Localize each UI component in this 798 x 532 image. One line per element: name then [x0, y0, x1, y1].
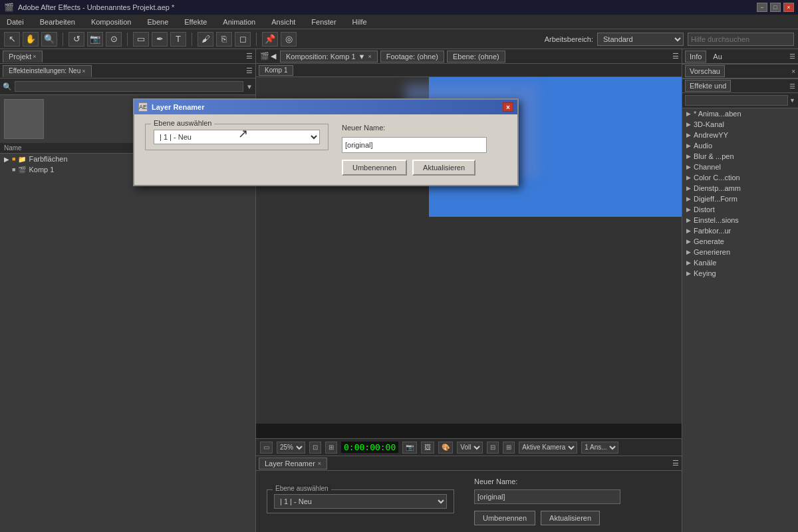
effekt-tab-label: Effekteinstellungen: Neu [9, 67, 80, 74]
safe-btn[interactable]: ⊞ [325, 442, 337, 454]
tool-orbit[interactable]: ⊙ [106, 32, 122, 47]
modal-update-button[interactable]: Aktualisieren [412, 160, 475, 176]
list-item[interactable]: ▶Blur & ...pen [682, 151, 798, 162]
menu-ansicht[interactable]: Ansicht [267, 17, 299, 27]
projekt-tab-close-icon[interactable]: × [33, 53, 36, 60]
camera-select[interactable]: Aktive Kamera [519, 442, 577, 454]
menu-bearbeiten[interactable]: Bearbeiten [36, 17, 79, 27]
help-search[interactable] [688, 33, 794, 46]
lr-tab-close-icon[interactable]: × [318, 460, 321, 467]
tab-projekt[interactable]: Projekt × [3, 51, 43, 63]
tool-text[interactable]: T [170, 32, 186, 47]
effect-name: Kanäle [694, 259, 716, 267]
tool-hand[interactable]: ✋ [23, 32, 39, 47]
effects-search-dropdown[interactable]: ▼ [789, 97, 795, 104]
modal-rename-button[interactable]: Umbenennen [342, 160, 407, 176]
menu-animation[interactable]: Animation [219, 17, 259, 27]
fit-btn[interactable]: ⊡ [309, 442, 321, 454]
right-panel-menu[interactable]: ☰ [789, 53, 795, 60]
list-item[interactable]: ▶AndrewYY [682, 130, 798, 140]
list-item[interactable]: ▶Distort [682, 204, 798, 215]
tool-clone[interactable]: ⎘ [216, 32, 232, 47]
quality-select[interactable]: Voll [457, 442, 483, 454]
tab-layer-renamer[interactable]: Layer Renamer × [259, 458, 327, 469]
list-item[interactable]: ▶Farbkor...ur [682, 225, 798, 236]
lr-ebene-legend: Ebene auswählen [273, 485, 331, 492]
tab-info[interactable]: Info [685, 51, 706, 63]
list-item[interactable]: ▶Generieren [682, 247, 798, 257]
tool-pen[interactable]: ✒ [152, 32, 168, 47]
tab-vorschau[interactable]: Vorschau [685, 65, 725, 77]
comp-name: Komp 1 [29, 166, 54, 174]
komp-tab-dropdown[interactable]: ▼ [358, 53, 366, 61]
lr-update-button[interactable]: Aktualisieren [541, 511, 600, 525]
list-item[interactable]: ▶Dienstp...amm [682, 183, 798, 194]
res-btn[interactable]: ⊟ [487, 442, 499, 454]
tab-effekte-und[interactable]: Effekte und [685, 80, 731, 92]
project-search-input[interactable] [15, 81, 243, 92]
list-item[interactable]: ▶Einstel...sions [682, 215, 798, 225]
tool-eraser[interactable]: ◻ [235, 32, 251, 47]
list-item[interactable]: ▶3D-Kanal [682, 119, 798, 130]
tool-camera[interactable]: 📷 [87, 32, 103, 47]
lr-ebene-select[interactable]: | 1 | - Neu [274, 494, 447, 509]
tab-footage[interactable]: Footage: (ohne) [380, 51, 444, 63]
menu-hilfe[interactable]: Hilfe [348, 17, 371, 27]
roi-btn[interactable]: ▭ [260, 442, 273, 454]
panel-menu-icon[interactable]: ☰ [246, 52, 253, 61]
list-item[interactable]: ▶Generate [682, 236, 798, 247]
color-btn[interactable]: 🎨 [438, 442, 453, 454]
komp1-subtab-label: Komp 1 [265, 66, 287, 74]
search-dropdown-icon[interactable]: ▼ [246, 83, 253, 90]
effects-panel-menu-icon[interactable]: ☰ [246, 66, 253, 75]
modal-name-input[interactable] [342, 137, 487, 153]
list-item[interactable]: ▶Digieff...Form [682, 194, 798, 204]
tool-pin[interactable]: 📌 [262, 32, 278, 47]
komp1-subtab[interactable]: Komp 1 [259, 65, 293, 76]
tool-brush[interactable]: 🖌 [198, 32, 213, 47]
vorschau-panel-close[interactable]: × [791, 68, 795, 75]
zoom-select[interactable]: 25% [277, 442, 305, 454]
effects-search-input[interactable] [685, 95, 788, 106]
effekte-panel-menu[interactable]: ☰ [789, 82, 795, 90]
tool-rotate[interactable]: ↺ [68, 32, 84, 47]
menu-datei[interactable]: Datei [3, 17, 28, 27]
menu-fenster[interactable]: Fenster [307, 17, 340, 27]
menu-komposition[interactable]: Komposition [87, 17, 136, 27]
list-item[interactable]: ▶Channel [682, 162, 798, 172]
lr-rename-button[interactable]: Umbenennen [474, 511, 535, 525]
lr-name-input[interactable] [474, 489, 620, 504]
view-select[interactable]: 1 Ans... [581, 442, 618, 454]
menu-bar: Datei Bearbeiten Komposition Ebene Effek… [0, 15, 798, 29]
menu-effekte[interactable]: Effekte [180, 17, 211, 27]
tab-ebene[interactable]: Ebene: (ohne) [447, 51, 505, 63]
tab-audio[interactable]: Au [709, 51, 726, 62]
comp-tabs-menu[interactable]: ☰ [672, 52, 679, 61]
tb-btn[interactable]: ⊞ [503, 442, 515, 454]
close-button[interactable]: × [783, 3, 794, 12]
tool-roto[interactable]: ◎ [281, 32, 297, 47]
list-item[interactable]: ▶Audio [682, 140, 798, 151]
list-item[interactable]: ▶* Anima...aben [682, 108, 798, 119]
snapshot-btn[interactable]: 📷 [402, 442, 417, 454]
expand-icon: ▶ [686, 196, 691, 202]
modal-ebene-select[interactable]: | 1 | - Neu [154, 130, 320, 144]
menu-ebene[interactable]: Ebene [143, 17, 172, 27]
tab-komposition[interactable]: Komposition: Komp 1 ▼ × [280, 51, 378, 63]
workspace-select[interactable]: Standard [597, 33, 684, 46]
komp-tab-close-icon[interactable]: × [368, 53, 371, 60]
list-item[interactable]: ▶Kanäle [682, 257, 798, 268]
modal-close-button[interactable]: × [503, 102, 513, 112]
tab-effekteinstellungen[interactable]: Effekteinstellungen: Neu × [3, 65, 92, 77]
tool-rect[interactable]: ▭ [133, 32, 149, 47]
show-snap-btn[interactable]: 🖼 [421, 442, 434, 454]
tool-zoom[interactable]: 🔍 [41, 32, 57, 47]
minimize-button[interactable]: − [757, 3, 767, 12]
tool-arrow[interactable]: ↖ [4, 32, 20, 47]
effekt-tab-close-icon[interactable]: × [82, 68, 85, 74]
lr-name-group: Neuer Name: Umbenennen Aktualisieren [474, 477, 620, 525]
lr-panel-menu[interactable]: ☰ [672, 459, 679, 467]
maximize-button[interactable]: □ [770, 3, 781, 12]
list-item[interactable]: ▶Color C...ction [682, 172, 798, 183]
list-item[interactable]: ▶Keying [682, 268, 798, 279]
